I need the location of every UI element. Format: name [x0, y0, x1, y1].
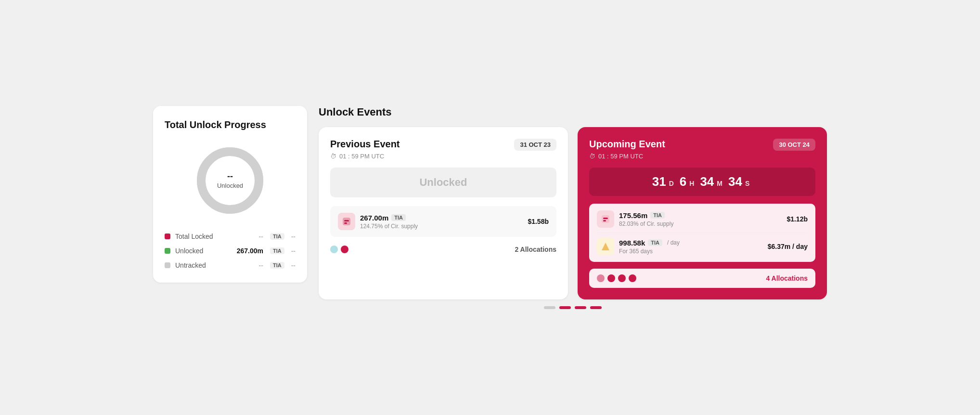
untracked-value: --	[259, 261, 263, 269]
countdown-minutes: 34	[700, 174, 714, 189]
page-dot-3[interactable]	[575, 306, 586, 309]
untracked-secondary: --	[291, 261, 296, 269]
previous-token-info: 267.00m TIA 124.75% of Cir. supply $1.58…	[330, 206, 556, 237]
unlocked-banner: Unlocked	[330, 168, 556, 197]
svg-marker-8	[602, 243, 609, 250]
countdown-days: 31	[652, 174, 666, 189]
events-row: Previous Event 31 OCT 23 ⏱ 01 : 59 PM UT…	[319, 127, 827, 299]
section-title: Unlock Events	[319, 106, 827, 118]
donut-chart: -- Unlocked	[165, 142, 296, 219]
upcoming-token-amount: 175.56m	[619, 211, 647, 220]
upcoming-token-info-area: 175.56m TIA 82.03% of Cir. supply $1.12b	[589, 204, 815, 262]
upcoming-alloc-label: 4 Allocations	[766, 274, 808, 282]
total-locked-dot	[165, 233, 170, 239]
upcoming-dot-1	[597, 274, 605, 282]
previous-token-badge: TIA	[391, 214, 406, 221]
page-dot-1[interactable]	[544, 306, 555, 309]
svg-rect-4	[344, 222, 347, 224]
clock-icon: ⏱	[330, 153, 336, 160]
upcoming-daily-duration: For 365 days	[619, 248, 763, 255]
svg-rect-6	[603, 218, 608, 219]
upcoming-token-supply: 82.03% of Cir. supply	[619, 220, 782, 227]
upcoming-daily-value: $6.37m / day	[768, 243, 808, 250]
svg-rect-3	[344, 220, 349, 221]
legend-untracked: Untracked -- TIA --	[165, 261, 296, 269]
upcoming-event-time: ⏱ 01 : 59 PM UTC	[589, 153, 815, 160]
legend-total-locked: Total Locked -- TIA --	[165, 233, 296, 240]
previous-token-icon	[338, 213, 355, 230]
previous-token-amount-row: 267.00m TIA	[360, 214, 523, 222]
donut-dash-text: --	[227, 171, 233, 181]
upcoming-daily-row: 998.58k TIA / day For 365 days $6.37m / …	[597, 238, 808, 255]
upcoming-daily-amount: 998.58k	[619, 239, 645, 247]
page-dot-2[interactable]	[559, 306, 571, 309]
upcoming-token-badge: TIA	[650, 212, 665, 219]
upcoming-daily-details: 998.58k TIA / day For 365 days	[619, 239, 763, 255]
upcoming-token-icon	[597, 210, 614, 228]
upcoming-daily-period: / day	[667, 239, 680, 246]
upcoming-clock-icon: ⏱	[589, 153, 595, 160]
total-unlock-progress-panel: Total Unlock Progress -- Unlocked Total …	[153, 106, 307, 283]
upcoming-main-token-row: 175.56m TIA 82.03% of Cir. supply $1.12b	[597, 210, 808, 228]
total-locked-value: --	[259, 233, 263, 240]
page-dot-4[interactable]	[590, 306, 602, 309]
countdown-box: 31 D 6 H 34 M 34 S	[589, 168, 815, 196]
untracked-label: Untracked	[175, 261, 254, 269]
previous-event-time-text: 01 : 59 PM UTC	[339, 153, 384, 160]
unlock-events-section: Unlock Events Previous Event 31 OCT 23 ⏱…	[319, 106, 827, 309]
alloc-dot-1	[330, 246, 338, 253]
previous-alloc-label: 2 Allocations	[515, 246, 556, 253]
previous-token-supply: 124.75% of Cir. supply	[360, 223, 523, 230]
upcoming-alloc-dots	[597, 274, 636, 282]
countdown-minutes-unit: M	[717, 180, 722, 187]
upcoming-event-card: Upcoming Event 30 OCT 24 ⏱ 01 : 59 PM UT…	[578, 127, 827, 299]
countdown-seconds-unit: S	[745, 180, 749, 187]
upcoming-event-date: 30 OCT 24	[773, 139, 815, 151]
upcoming-dot-3	[618, 274, 626, 282]
upcoming-daily-icon	[597, 238, 614, 255]
total-locked-secondary: --	[291, 233, 296, 240]
upcoming-dot-2	[607, 274, 615, 282]
panel-title: Total Unlock Progress	[165, 119, 296, 130]
previous-event-title: Previous Event	[330, 139, 400, 150]
previous-event-time: ⏱ 01 : 59 PM UTC	[330, 153, 556, 160]
unlocked-secondary: --	[291, 247, 296, 255]
upcoming-allocations-footer: 4 Allocations	[589, 269, 815, 288]
upcoming-token-amount-row: 175.56m TIA	[619, 211, 782, 220]
upcoming-event-header: Upcoming Event 30 OCT 24	[589, 139, 815, 151]
countdown-hours-unit: H	[689, 180, 694, 187]
countdown-days-unit: D	[669, 180, 674, 187]
previous-token-row: 267.00m TIA 124.75% of Cir. supply $1.58…	[338, 213, 549, 230]
previous-event-card: Previous Event 31 OCT 23 ⏱ 01 : 59 PM UT…	[319, 127, 568, 299]
legend-unlocked: Unlocked 267.00m TIA --	[165, 247, 296, 255]
previous-event-header: Previous Event 31 OCT 23	[330, 139, 556, 151]
unlocked-label: Unlocked	[175, 247, 232, 255]
previous-alloc-dots	[330, 246, 348, 253]
upcoming-event-time-text: 01 : 59 PM UTC	[598, 153, 643, 160]
pagination-dots	[319, 306, 827, 309]
donut-svg: -- Unlocked	[192, 142, 269, 219]
unlocked-token: TIA	[270, 247, 284, 254]
previous-token-value: $1.58b	[528, 218, 549, 225]
donut-center-label: Unlocked	[217, 182, 243, 189]
untracked-token: TIA	[270, 262, 284, 269]
upcoming-daily-amount-row: 998.58k TIA / day	[619, 239, 763, 247]
untracked-dot	[165, 262, 170, 268]
svg-rect-7	[603, 220, 606, 221]
legend-section: Total Locked -- TIA -- Unlocked 267.00m …	[165, 233, 296, 269]
alloc-dot-2	[341, 246, 348, 253]
total-locked-token: TIA	[270, 233, 284, 240]
countdown-seconds: 34	[728, 174, 742, 189]
unlocked-dot	[165, 248, 170, 254]
upcoming-dot-4	[629, 274, 636, 282]
main-container: Total Unlock Progress -- Unlocked Total …	[153, 106, 827, 309]
previous-allocations-footer: 2 Allocations	[330, 244, 556, 253]
upcoming-token-details: 175.56m TIA 82.03% of Cir. supply	[619, 211, 782, 227]
countdown-hours: 6	[680, 174, 686, 189]
divider	[597, 233, 808, 233]
previous-token-amount: 267.00m	[360, 214, 388, 222]
upcoming-token-value: $1.12b	[787, 215, 808, 223]
unlocked-value: 267.00m	[237, 247, 263, 255]
upcoming-daily-token: TIA	[648, 239, 662, 246]
previous-event-date: 31 OCT 23	[514, 139, 556, 151]
